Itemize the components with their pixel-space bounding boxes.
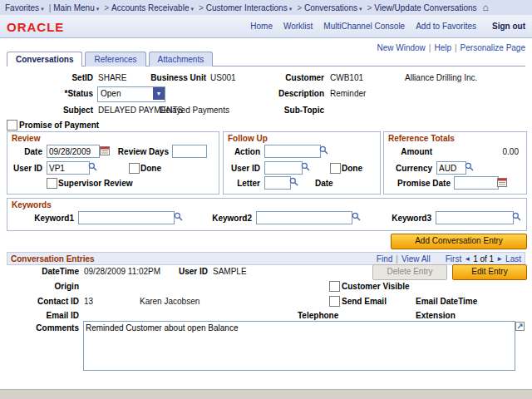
lookup-icon[interactable] (465, 162, 474, 171)
last-link[interactable]: Last (505, 254, 521, 264)
dropdown-arrow-icon[interactable]: ▼ (153, 87, 165, 100)
tab-conversations[interactable]: Conversations (7, 52, 82, 66)
breadcrumb-label: Accounts Receivable (111, 3, 189, 12)
review-groupbox: Review Date Review Days User ID Done Sup… (7, 131, 219, 195)
calendar-icon[interactable] (497, 177, 507, 187)
action-input[interactable] (264, 145, 321, 158)
breadcrumb-item-conversations[interactable]: Conversations▾ (304, 3, 362, 12)
row-position: 1 of 1 (473, 254, 494, 264)
followup-user-input[interactable] (264, 161, 303, 175)
entry-user-value: SAMPLE (213, 267, 247, 276)
comments-textarea[interactable]: Reminded Customer about open Balance (83, 321, 515, 371)
new-window-link[interactable]: New Window (377, 43, 425, 52)
view-all-link[interactable]: View All (401, 254, 431, 264)
review-days-input[interactable] (172, 145, 207, 158)
lookup-icon[interactable] (301, 162, 310, 171)
amount-value: 0.00 (451, 147, 519, 156)
description-value: Reminder (330, 89, 366, 98)
keyword2-input[interactable] (256, 211, 352, 224)
first-link[interactable]: First (446, 254, 461, 264)
promise-of-payment-checkbox[interactable] (7, 120, 17, 131)
sign-out-link[interactable]: Sign out (492, 22, 525, 31)
next-row-icon[interactable]: ► (496, 255, 503, 263)
worklist-link[interactable]: Worklist (283, 22, 313, 31)
letter-input[interactable] (264, 176, 291, 190)
lookup-icon[interactable] (289, 177, 298, 186)
chevron-down-icon: ▾ (41, 6, 44, 12)
customer-name: Alliance Drilling Inc. (405, 73, 477, 82)
keyword1-input[interactable] (78, 211, 175, 224)
lookup-icon[interactable] (174, 212, 183, 221)
personalize-page-link[interactable]: Personalize Page (461, 43, 525, 52)
lookup-icon[interactable] (88, 162, 97, 171)
conversation-entries-header: Conversation Entries Find | View All Fir… (7, 252, 525, 265)
expand-comments-icon[interactable] (515, 322, 525, 331)
subject-label: Subject (33, 106, 93, 115)
multichannel-console-link[interactable]: MultiChannel Console (323, 22, 405, 31)
delete-entry-button[interactable]: Delete Entry (372, 264, 447, 280)
find-link[interactable]: Find (377, 254, 392, 264)
follow-up-groupbox: Follow Up Action User ID Done Letter Dat… (223, 131, 381, 195)
review-done-checkbox[interactable] (129, 163, 140, 174)
favorites-menu[interactable]: Favorites▾ (5, 3, 44, 12)
entry-user-label: User ID (170, 267, 208, 276)
promise-date-input[interactable] (454, 176, 499, 190)
previous-row-icon[interactable]: ◄ (464, 255, 470, 263)
review-user-input[interactable] (47, 161, 90, 175)
chevron-down-icon: ▾ (96, 6, 100, 12)
datetime-value: 09/28/2009 11:02PM (84, 267, 160, 276)
breadcrumb-label: View/Update Conversations (374, 3, 476, 12)
followup-done-checkbox[interactable] (330, 163, 341, 174)
lookup-icon[interactable] (319, 145, 328, 155)
add-to-favorites-link[interactable]: Add to Favorites (416, 22, 476, 31)
review-done-label: Done (140, 164, 161, 173)
supervisor-review-checkbox[interactable] (47, 178, 57, 189)
review-date-input[interactable] (47, 145, 100, 158)
tab-references[interactable]: References (85, 52, 145, 66)
separator: | (49, 3, 52, 12)
followup-done-label: Done (342, 164, 362, 173)
home-icon[interactable]: ⌂ (483, 2, 489, 13)
keywords-title: Keywords (12, 200, 52, 209)
lookup-icon[interactable] (352, 212, 361, 221)
tab-attachments[interactable]: Attachments (149, 52, 214, 66)
breadcrumb-item-accounts-receivable[interactable]: Accounts Receivable▾ (111, 3, 194, 12)
separator: | (429, 43, 431, 52)
send-email-checkbox[interactable] (329, 296, 340, 307)
keyword3-label: Keyword3 (380, 214, 431, 223)
currency-input[interactable] (436, 161, 466, 175)
review-date-label: Date (14, 147, 42, 156)
keyword3-input[interactable] (436, 211, 514, 224)
edit-entry-button[interactable]: Edit Entry (452, 264, 527, 280)
amount-label: Amount (392, 147, 432, 156)
send-email-label: Send Email (342, 297, 387, 306)
supervisor-review-label: Supervisor Review (58, 179, 132, 188)
email-datetime-label: Email DateTime (416, 297, 477, 306)
customer-visible-checkbox[interactable] (329, 281, 340, 292)
separator: > (199, 3, 204, 12)
help-link[interactable]: Help (434, 43, 451, 52)
promise-of-payment-label: Promise of Payment (19, 121, 99, 130)
comments-label: Comments (25, 323, 79, 332)
breadcrumb-item-customer-interactions[interactable]: Customer Interactions▾ (206, 3, 292, 12)
horizontal-scrollbar[interactable] (0, 389, 532, 399)
reference-totals-groupbox: Reference Totals Amount 0.00 Currency Pr… (383, 131, 527, 195)
home-link[interactable]: Home (250, 22, 273, 31)
subject-description: Delayed Payments (160, 106, 229, 115)
follow-up-title: Follow Up (228, 134, 268, 143)
separator: | (455, 43, 457, 52)
breadcrumb-item-main-menu[interactable]: Main Menu▾ (53, 3, 99, 12)
letter-label: Letter (225, 179, 260, 188)
chevron-down-icon: ▾ (289, 6, 293, 12)
breadcrumb-label: Customer Interactions (206, 3, 288, 12)
status-label: *Status (25, 89, 93, 98)
separator: > (297, 3, 302, 12)
status-dropdown[interactable]: Open ▼ (97, 86, 165, 102)
extension-label: Extension (416, 311, 456, 320)
add-conversation-entry-button[interactable]: Add Conversation Entry (391, 234, 527, 249)
conversation-entries-title: Conversation Entries (11, 254, 95, 264)
lookup-icon[interactable] (512, 212, 521, 221)
review-user-label: User ID (7, 164, 42, 173)
contact-id-label: Contact ID (33, 297, 79, 306)
customer-value: CWB101 (330, 73, 363, 82)
